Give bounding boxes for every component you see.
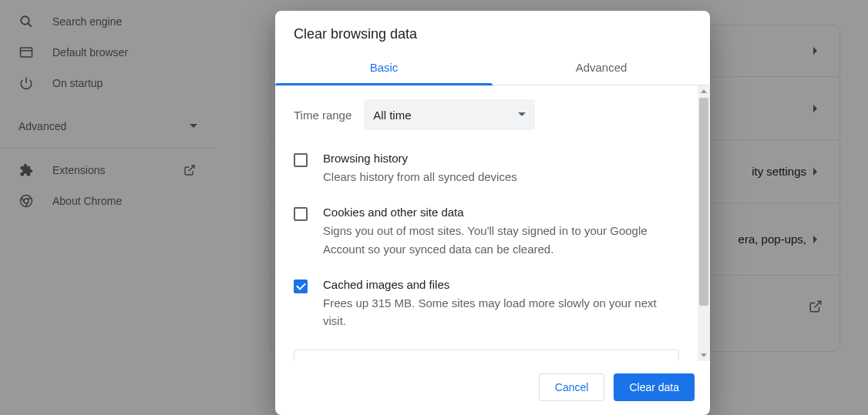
dropdown-arrow-icon [518,112,526,117]
option-description: Signs you out of most sites. You'll stay… [323,222,679,258]
option-title: Browsing history [323,152,679,165]
checkbox-cached-images[interactable] [294,279,308,293]
time-range-row: Time range All time [294,99,679,130]
clear-data-button[interactable]: Clear data [614,373,695,401]
time-range-value: All time [373,109,518,122]
option-title: Cached images and files [323,278,679,291]
partial-info-row [294,350,679,360]
dialog-title: Clear browsing data [275,11,710,52]
option-cached-images: Cached images and files Frees up 315 MB.… [294,278,679,330]
time-range-select[interactable]: All time [364,99,535,130]
dialog-body: Time range All time Browsing history Cle… [275,85,710,361]
option-cookies: Cookies and other site data Signs you ou… [294,206,679,258]
option-description: Frees up 315 MB. Some sites may load mor… [323,294,679,330]
tab-basic[interactable]: Basic [275,52,493,85]
time-range-label: Time range [294,109,352,122]
tab-advanced[interactable]: Advanced [493,52,710,85]
checkbox-cookies[interactable] [294,207,308,221]
option-title: Cookies and other site data [323,206,679,219]
dialog-tabs: Basic Advanced [275,52,710,85]
cancel-button[interactable]: Cancel [539,373,605,401]
scroll-up-icon[interactable] [698,85,710,97]
option-browsing-history: Browsing history Clears history from all… [294,152,679,186]
option-description: Clears history from all synced devices [323,168,679,186]
clear-browsing-data-dialog: Clear browsing data Basic Advanced Time … [275,11,710,415]
scroll-down-icon[interactable] [698,350,710,361]
dialog-scroll-area: Time range All time Browsing history Cle… [275,85,698,361]
scroll-thumb[interactable] [699,98,708,306]
dialog-footer: Cancel Clear data [275,361,710,415]
dialog-scrollbar[interactable] [698,85,710,361]
checkbox-browsing-history[interactable] [294,153,308,167]
